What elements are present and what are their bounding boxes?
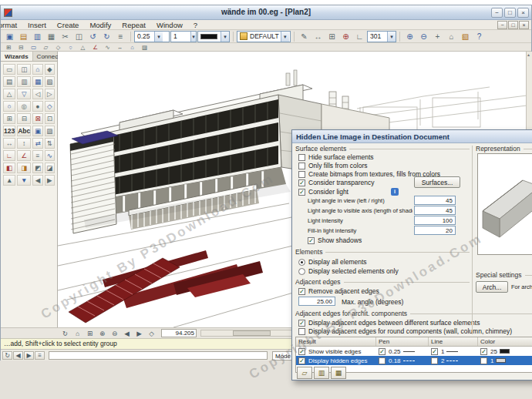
zoom-window-icon[interactable]: ⊞	[84, 329, 96, 338]
measure-icon[interactable]: ↔	[311, 31, 325, 42]
tool-icon[interactable]: ▷	[45, 89, 55, 99]
room-tool-icon[interactable]: ⌂	[126, 43, 138, 51]
adjacent-between-surfaces-checkbox[interactable]: Display adjacent edges between different…	[298, 319, 532, 327]
tool-icon[interactable]: ▦	[32, 76, 42, 87]
tool-icon[interactable]: △	[3, 89, 15, 99]
tool-icon[interactable]: ⊟	[17, 113, 31, 124]
tool-icon[interactable]: ↕	[17, 138, 31, 149]
tool-icon[interactable]: ▲	[3, 175, 15, 186]
tool-icon[interactable]: ●	[32, 101, 42, 112]
zoom-in-icon[interactable]: ⊕	[403, 31, 416, 42]
tool-icon[interactable]: ⊠	[32, 113, 42, 124]
tool-icon[interactable]: ⇄	[32, 138, 42, 149]
numbers-tool-icon[interactable]: 123	[3, 126, 15, 136]
menu-item[interactable]: Repeat	[116, 20, 151, 30]
layers-icon[interactable]: ▧	[459, 31, 472, 42]
menu-item[interactable]: ?	[188, 20, 203, 30]
tool-icon[interactable]: ▣	[32, 126, 42, 136]
new-file-icon[interactable]: ▣	[3, 31, 16, 42]
circle-tool-icon[interactable]: ○	[65, 43, 76, 51]
column-tool-icon[interactable]: ◇	[52, 43, 64, 51]
save-favorite-button[interactable]: ▥	[314, 367, 329, 379]
surfaces-button[interactable]: Surfaces...	[414, 176, 460, 188]
table-row[interactable]: Display hidden edges 0.18 2 1	[296, 356, 532, 365]
zoom-out-icon[interactable]: ⊖	[109, 329, 120, 338]
light-angle-view-field[interactable]: 45	[414, 196, 456, 205]
help-icon[interactable]: ?	[473, 31, 486, 42]
layer-dropdown[interactable]: DEFAULT	[237, 31, 291, 42]
redo-icon[interactable]: ↻	[100, 31, 113, 42]
fill-in-light-field[interactable]: 20	[414, 226, 456, 235]
tool-icon[interactable]: ▽	[17, 89, 31, 99]
consider-light-checkbox[interactable]: Consider light	[298, 188, 387, 196]
tool-icon[interactable]: ◇	[45, 101, 55, 112]
wall-tool-icon[interactable]: ⊞	[3, 43, 15, 51]
tool-icon[interactable]: ↔	[3, 138, 15, 149]
tool-icon[interactable]: ▤	[3, 76, 15, 87]
remove-adjacent-edges-checkbox[interactable]: Remove adjacent edges	[298, 287, 468, 295]
tool-icon[interactable]: ◎	[17, 101, 31, 112]
result-column-header[interactable]: Result	[296, 337, 376, 346]
save-icon[interactable]: ▥	[31, 31, 44, 42]
doc-minimize-button[interactable]: −	[497, 21, 507, 29]
tool-icon[interactable]: ▶	[45, 175, 55, 186]
tool-icon[interactable]: ◀	[32, 175, 42, 186]
match-props-icon[interactable]: ✎	[298, 31, 311, 42]
command-input[interactable]	[49, 351, 268, 360]
pan-icon[interactable]: +	[431, 31, 444, 42]
snap-icon[interactable]: ⊕	[339, 31, 352, 42]
zoom-out-icon[interactable]: ⊖	[417, 31, 430, 42]
next-view-icon[interactable]: ▶	[133, 329, 145, 338]
tool-icon[interactable]: ∿	[45, 150, 55, 161]
show-shadows-checkbox[interactable]: Show shadows	[308, 236, 462, 244]
maximize-button[interactable]: □	[504, 8, 516, 18]
cut-icon[interactable]: ✂	[59, 31, 72, 42]
scrollbar-thumb[interactable]	[233, 330, 270, 336]
tool-icon[interactable]: ▥	[17, 76, 31, 87]
only-fills-from-colors-checkbox[interactable]: Only fills from colors	[298, 162, 468, 169]
line-column-header[interactable]: Line	[429, 337, 478, 346]
display-selected-elements-radio[interactable]: Display selected elements only	[298, 267, 468, 275]
palette-tab-wizards[interactable]: Wizards	[1, 52, 33, 61]
forward-icon[interactable]: ▶	[24, 351, 34, 360]
angle-tool-icon[interactable]: ∠	[89, 43, 101, 51]
menu-item[interactable]: Window	[151, 20, 188, 30]
slab-tool-icon[interactable]: ▱	[40, 43, 52, 51]
undo-icon[interactable]: ↺	[86, 31, 99, 42]
tool-icon[interactable]: ∟	[3, 150, 15, 161]
print-button[interactable]: ▦	[331, 367, 346, 379]
tool-icon[interactable]: ◫	[17, 64, 31, 75]
tool-icon[interactable]: ◩	[32, 163, 42, 173]
copy-icon[interactable]: ◫	[72, 31, 86, 42]
ortho-icon[interactable]: ∟	[353, 31, 366, 42]
info-icon[interactable]: i	[391, 188, 399, 196]
scale-display[interactable]: 94.205	[161, 329, 197, 337]
adjacent-round-components-checkbox[interactable]: Display adjacent edges for round compone…	[298, 327, 532, 335]
menu-item[interactable]: Insert	[22, 20, 52, 30]
view-3d-icon[interactable]: ◇	[146, 329, 157, 338]
history-icon[interactable]: ≡	[35, 351, 45, 360]
beam-tool-icon[interactable]: ▭	[28, 43, 39, 51]
tool-icon[interactable]: ⇅	[45, 138, 55, 149]
color-column-header[interactable]: Color	[478, 337, 532, 346]
roof-tool-icon[interactable]: △	[77, 43, 89, 51]
dialog-title[interactable]: Hidden Line Image in Destination Documen…	[292, 130, 532, 143]
doc-close-button[interactable]: ×	[519, 21, 529, 29]
display-all-elements-radio[interactable]: Display all elements	[298, 258, 468, 266]
tool-icon[interactable]: ▧	[45, 76, 55, 87]
menu-item[interactable]: Modify	[84, 20, 116, 30]
tool-icon[interactable]: ◨	[17, 163, 31, 173]
hide-surface-elements-checkbox[interactable]: Hide surface elements	[298, 153, 468, 161]
tool-icon[interactable]: ◪	[45, 163, 55, 173]
hatch-tool-icon[interactable]: ▨	[139, 43, 150, 51]
menu-item[interactable]: Format	[1, 20, 22, 30]
refresh-view-icon[interactable]: ↻	[59, 329, 71, 338]
tool-icon[interactable]: ⊞	[3, 113, 15, 124]
tool-icon[interactable]: ⌂	[32, 64, 42, 75]
tool-icon[interactable]: ▨	[45, 126, 55, 136]
zoom-in-icon[interactable]: ⊕	[96, 329, 108, 338]
table-row[interactable]: Show visible edges 0.25 1 25	[296, 347, 532, 356]
tool-icon[interactable]: ◆	[45, 64, 55, 75]
opening-tool-icon[interactable]: ⊟	[15, 43, 27, 51]
close-button[interactable]: ×	[517, 8, 529, 18]
